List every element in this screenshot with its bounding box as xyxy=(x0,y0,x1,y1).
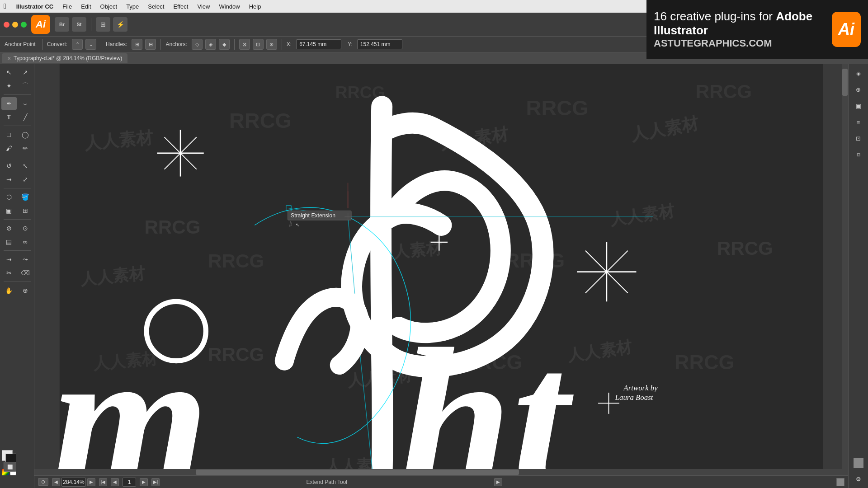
paintbrush-tool[interactable]: 🖌 xyxy=(1,142,17,155)
close-window-button[interactable] xyxy=(4,22,9,28)
workspace-switcher[interactable]: ⊞ xyxy=(96,17,110,32)
line-tool[interactable]: ╱ xyxy=(18,111,33,123)
magic-wand-tool[interactable]: ✦ xyxy=(1,80,17,92)
menu-type[interactable]: Type xyxy=(122,2,143,11)
mesh-tool[interactable]: ⊞ xyxy=(18,204,33,217)
selection-tool[interactable]: ↖ xyxy=(1,66,17,79)
page-input[interactable] xyxy=(123,478,136,487)
ad-ai-icon: Ai xyxy=(832,12,861,47)
extend-path-tool[interactable]: ⇢ xyxy=(1,253,17,266)
deselect-btn[interactable]: ⊡ xyxy=(253,39,264,50)
gradient-tool[interactable]: ▣ xyxy=(1,204,17,217)
convert-label: Convert: xyxy=(47,41,67,47)
svg-text:RRCG: RRCG xyxy=(696,81,752,102)
last-page-btn[interactable]: ▶| xyxy=(151,478,160,486)
menu-window[interactable]: Window xyxy=(214,2,244,11)
convert-corner-btn[interactable]: ⌄ xyxy=(85,39,96,50)
shape-builder-tool[interactable]: ⬡ xyxy=(1,191,17,203)
x-input[interactable] xyxy=(296,39,341,49)
menu-effect[interactable]: Effect xyxy=(169,2,193,11)
fullscreen-window-button[interactable] xyxy=(21,22,27,28)
y-input[interactable] xyxy=(357,39,402,49)
next-page-btn[interactable]: ▶ xyxy=(140,478,148,486)
direct-selection-tool[interactable]: ↗ xyxy=(18,66,33,79)
app-menu-illustrator[interactable]: Illustrator CC xyxy=(12,2,58,11)
pencil-tool[interactable]: ✏ xyxy=(18,142,33,155)
zoom-in-btn[interactable]: ▶ xyxy=(87,478,95,486)
document-tab[interactable]: ✕ Typography-d.ai* @ 284.14% (RGB/Previe… xyxy=(2,53,127,63)
apple-menu[interactable]:  xyxy=(4,2,6,10)
svg-text:Straight Extension: Straight Extension xyxy=(291,212,335,219)
menu-help[interactable]: Help xyxy=(245,2,266,11)
type-tools-row: T ╱ xyxy=(1,111,33,123)
graph-tool[interactable]: ▤ xyxy=(1,235,17,248)
transform-panel-button[interactable]: ⧈ xyxy=(851,147,866,162)
hand-tool[interactable]: ✋ xyxy=(1,284,17,297)
convert-smooth-btn[interactable]: ⌃ xyxy=(72,39,83,50)
prev-page-btn[interactable]: ◀ xyxy=(111,478,119,486)
width-tool[interactable]: ⤳ xyxy=(18,253,33,266)
curvature-tool[interactable]: ⌣ xyxy=(18,97,33,110)
zoom-input[interactable] xyxy=(61,478,86,487)
close-tab-button[interactable]: ✕ xyxy=(7,56,11,61)
hide-btn[interactable]: ⊛ xyxy=(266,39,277,50)
tool-separator-2 xyxy=(4,126,31,126)
zoom-out-btn[interactable]: ◀ xyxy=(52,478,60,486)
libraries-panel-button[interactable]: ▣ xyxy=(851,99,866,113)
properties-panel-button[interactable]: ⊡ xyxy=(851,131,866,145)
bridge-button[interactable]: Br xyxy=(55,17,69,32)
align-panel-button[interactable]: ≡ xyxy=(851,115,866,129)
measure-tool[interactable]: ⊙ xyxy=(18,222,33,235)
free-transform-tool[interactable]: ⤢ xyxy=(18,173,33,186)
menu-select[interactable]: Select xyxy=(143,2,169,11)
status-icon-btn[interactable]: ⊙ xyxy=(38,478,48,486)
menu-edit[interactable]: Edit xyxy=(76,2,95,11)
minimize-window-button[interactable] xyxy=(12,22,18,28)
menu-view[interactable]: View xyxy=(193,2,214,11)
scissors-tool[interactable]: ✂ xyxy=(1,267,17,279)
rotate-tool[interactable]: ↺ xyxy=(1,160,17,172)
first-page-btn[interactable]: |◀ xyxy=(99,478,107,486)
select-all-btn[interactable]: ⊠ xyxy=(239,39,250,50)
canvas-area[interactable]: 人人素材 RRCG RRCG 人人素材 RRCG 人人素材 RRCG RRCG … xyxy=(34,64,848,488)
handles-hide-btn[interactable]: ⊟ xyxy=(145,39,156,50)
menu-object[interactable]: Object xyxy=(96,2,122,11)
anchors-corner-btn[interactable]: ◈ xyxy=(205,39,216,50)
artboard-navigate-btn[interactable]: ▶ xyxy=(494,478,502,486)
ctrl-divider-5 xyxy=(282,39,282,50)
eyedropper-tool[interactable]: ⊘ xyxy=(1,222,17,235)
horizontal-scrollbar[interactable] xyxy=(34,469,842,475)
warp-tool[interactable]: ⇝ xyxy=(1,173,17,186)
horizontal-scrollbar-thumb[interactable] xyxy=(196,469,519,475)
anchors-btn[interactable]: ◇ xyxy=(192,39,203,50)
search-panel-button[interactable]: ⊕ xyxy=(851,82,866,97)
ellipse-tool[interactable]: ◯ xyxy=(18,128,33,141)
color-panel-button[interactable]: ◈ xyxy=(851,66,866,80)
anchors-smooth-btn[interactable]: ◆ xyxy=(219,39,230,50)
stock-button[interactable]: St xyxy=(72,17,86,32)
menu-file[interactable]: File xyxy=(58,2,76,11)
live-paint-tool[interactable]: 🪣 xyxy=(18,191,33,203)
vertical-scrollbar-thumb[interactable] xyxy=(842,69,848,96)
lasso-tool[interactable]: ⌒ xyxy=(18,80,33,92)
svg-text:Laura Boast: Laura Boast xyxy=(615,393,654,402)
eraser-tool[interactable]: ⌫ xyxy=(18,267,33,279)
anchor-point-label: Anchor Point xyxy=(5,41,36,47)
build-tools-row: ⬡ 🪣 xyxy=(1,191,33,203)
settings-panel-button[interactable]: ⚙ xyxy=(851,472,866,486)
rect-tool[interactable]: □ xyxy=(1,128,17,141)
tool-separator-3 xyxy=(4,157,31,157)
scale-tool[interactable]: ⤡ xyxy=(18,160,33,172)
blend-tool[interactable]: ∞ xyxy=(18,235,33,248)
vertical-scrollbar[interactable] xyxy=(842,64,848,475)
shape-tools-row: □ ◯ xyxy=(1,128,33,141)
tab-title: Typography-d.ai* @ 284.14% (RGB/Preview) xyxy=(14,55,122,61)
handles-show-btn[interactable]: ⊞ xyxy=(132,39,142,50)
zoom-tool[interactable]: ⊕ xyxy=(18,284,33,297)
extension-button[interactable]: ⚡ xyxy=(113,17,127,32)
pen-tool[interactable]: ✒ xyxy=(1,97,17,110)
draw-inside-btn[interactable]: ⬜ xyxy=(4,462,16,472)
type-tool[interactable]: T xyxy=(1,111,17,123)
pen-tools-row: ✒ ⌣ xyxy=(1,97,33,110)
brush-tools-row: 🖌 ✏ xyxy=(1,142,33,155)
